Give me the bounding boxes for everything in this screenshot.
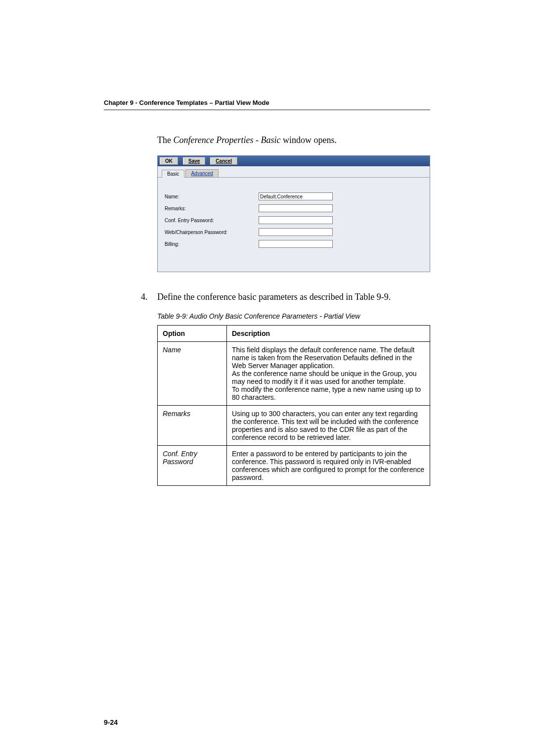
page-number: 9-24 <box>104 718 118 726</box>
table-caption: Table 9-9: Audio Only Basic Conference P… <box>157 312 430 320</box>
step-text: Define the conference basic parameters a… <box>157 292 391 302</box>
field-row-chair-password: Web/Chairperson Password: <box>165 228 423 236</box>
ok-button[interactable]: OK <box>160 157 178 165</box>
option-cell: Conf. Entry Password <box>158 446 227 486</box>
intro-prefix-text: The <box>157 135 173 145</box>
table-row: Remarks Using up to 300 characters, you … <box>158 406 430 446</box>
col-option: Option <box>158 326 227 342</box>
tab-advanced[interactable]: Advanced <box>185 169 218 177</box>
tab-advanced-label: Advanced <box>191 171 213 176</box>
chair-password-label: Web/Chairperson Password: <box>165 230 259 235</box>
step-4: 4. Define the conference basic parameter… <box>141 292 430 302</box>
header-rule <box>104 109 430 110</box>
tab-basic-label: Basic <box>167 171 179 177</box>
parameters-table: Option Description Name This field displ… <box>157 325 430 486</box>
option-cell: Remarks <box>158 406 227 446</box>
description-cell: Enter a password to be entered by partic… <box>227 446 430 486</box>
table-row: Name This field displays the default con… <box>158 342 430 406</box>
intro-line: The Conference Properties - Basic window… <box>157 135 430 145</box>
col-description: Description <box>227 326 430 342</box>
tab-basic[interactable]: Basic <box>162 170 184 178</box>
name-label: Name: <box>165 194 259 199</box>
field-row-name: Name: <box>165 192 423 200</box>
cancel-button[interactable]: Cancel <box>210 157 237 165</box>
description-cell: This field displays the default conferen… <box>227 342 430 406</box>
field-row-billing: Billing: <box>165 240 423 248</box>
entry-password-input[interactable] <box>259 216 333 224</box>
remarks-label: Remarks: <box>165 206 259 211</box>
description-cell: Using up to 300 characters, you can ente… <box>227 406 430 446</box>
billing-input[interactable] <box>259 240 333 248</box>
save-button[interactable]: Save <box>183 157 205 165</box>
name-input[interactable] <box>259 192 333 200</box>
document-page: Chapter 9 - Conference Templates – Parti… <box>0 0 534 756</box>
dialog-titlebar: OK Save Cancel <box>158 156 430 166</box>
conference-properties-dialog: OK Save Cancel Basic Advanced Name: Rema… <box>157 155 430 272</box>
dialog-body: Name: Remarks: Conf. Entry Password: Web… <box>158 177 430 272</box>
entry-password-label: Conf. Entry Password: <box>165 218 259 223</box>
intro-suffix-text: window opens. <box>281 135 337 145</box>
remarks-input[interactable] <box>259 204 333 212</box>
chair-password-input[interactable] <box>259 228 333 236</box>
option-cell: Name <box>158 342 227 406</box>
tab-row: Basic Advanced <box>158 166 430 177</box>
billing-label: Billing: <box>165 241 259 247</box>
table-row: Conf. Entry Password Enter a password to… <box>158 446 430 486</box>
chapter-header: Chapter 9 - Conference Templates – Parti… <box>104 99 430 106</box>
field-row-entry-password: Conf. Entry Password: <box>165 216 423 224</box>
table-header-row: Option Description <box>158 326 430 342</box>
field-row-remarks: Remarks: <box>165 204 423 212</box>
step-number: 4. <box>141 292 157 302</box>
intro-italic-text: Conference Properties - Basic <box>173 135 280 145</box>
